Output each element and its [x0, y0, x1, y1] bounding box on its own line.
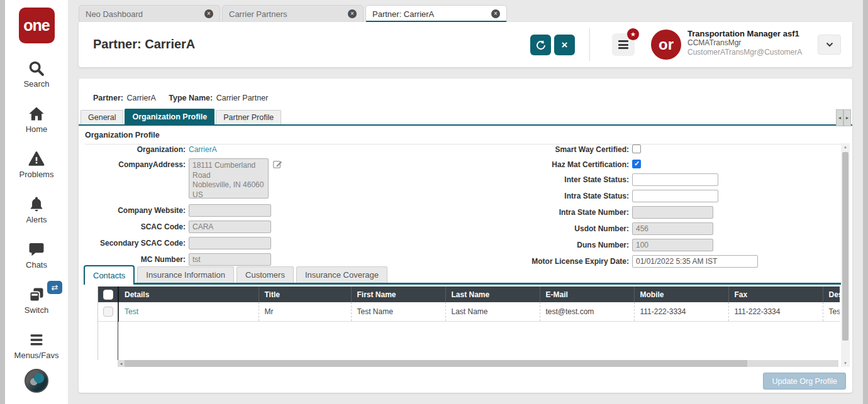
workspace-tab-neo-dashboard[interactable]: Neo Dashboard ×: [79, 5, 220, 22]
usdot-number-label: Usdot Number:: [469, 222, 629, 233]
secondary-scac-code-field: [189, 237, 271, 249]
subtab-insurance-coverage[interactable]: Insurance Coverage: [296, 266, 387, 283]
tab-scroll-left-button[interactable]: ◄: [836, 109, 843, 126]
user-avatar[interactable]: or: [651, 30, 681, 60]
assistant-avatar-icon[interactable]: [25, 369, 48, 393]
contact-details-link[interactable]: Test: [125, 307, 138, 316]
user-menu-dropdown-button[interactable]: [818, 35, 841, 55]
cell-fax: 111-222-3334: [728, 302, 823, 321]
haz-mat-certification-label: Haz Mat Certification:: [469, 158, 629, 169]
subtab-customers[interactable]: Customers: [236, 266, 294, 283]
smart-way-certified-checkbox[interactable]: [632, 145, 641, 153]
section-title: Organization Profile: [85, 131, 846, 145]
intra-state-number-label: Intra State Number:: [469, 206, 629, 217]
organization-link[interactable]: CarrierA: [189, 143, 217, 154]
scac-code-field: [189, 221, 271, 233]
user-name: Transportation Manager asf1: [687, 29, 802, 38]
column-header-title[interactable]: Title: [259, 287, 351, 302]
select-all-checkbox[interactable]: [103, 290, 113, 300]
column-header-desc[interactable]: Desc: [823, 287, 840, 302]
type-name-value: Carrier Partner: [216, 94, 269, 102]
sidebar-item-menus-favs[interactable]: Menus/Favs: [5, 325, 68, 360]
tab-label: Carrier Partners: [229, 9, 348, 19]
sidebar-label: Menus/Favs: [14, 351, 59, 360]
cell-desc: Test: [823, 302, 840, 321]
close-icon[interactable]: ×: [491, 9, 500, 18]
user-role: CCMATransMgr: [687, 38, 802, 48]
caret-right-icon: ►: [845, 116, 850, 120]
column-header-fax[interactable]: Fax: [728, 287, 823, 302]
inter-state-status-label: Inter State Status:: [469, 173, 629, 184]
inter-state-status-field[interactable]: [632, 173, 718, 186]
close-icon: ×: [562, 39, 568, 52]
horizontal-scrollbar-thumb[interactable]: [125, 360, 747, 367]
edit-address-icon[interactable]: [272, 159, 283, 170]
table-row: Test Mr Test Name Last Name test@test.co…: [98, 302, 840, 321]
sidebar-label: Switch: [25, 305, 48, 315]
column-header-mobile[interactable]: Mobile: [634, 287, 728, 302]
table-header-row: Details Title First Name Last Name E-Mai…: [98, 287, 840, 302]
sidebar-item-chats[interactable]: Chats: [5, 234, 68, 270]
workspace-tab-partner-carriera[interactable]: Partner: CarrierA ×: [365, 5, 507, 22]
one-network-logo[interactable]: one: [19, 8, 55, 43]
secondary-scac-code-label: Secondary SCAC Code:: [79, 237, 186, 248]
tab-organization-profile[interactable]: Organization Profile: [125, 109, 214, 124]
refresh-icon: [535, 40, 547, 51]
sidebar-label: Chats: [26, 260, 47, 270]
tab-scroll-right-button[interactable]: ►: [843, 109, 851, 126]
company-website-field: [189, 204, 271, 217]
sidebar-item-home[interactable]: Home: [5, 99, 68, 134]
home-icon: [28, 105, 45, 123]
subtab-insurance-information[interactable]: Insurance Information: [137, 266, 234, 283]
cell-first-name: Test Name: [351, 302, 445, 321]
subtab-contacts[interactable]: Contacts: [84, 265, 135, 285]
hamburger-icon: [618, 39, 628, 51]
vertical-scrollbar-thumb[interactable]: [842, 152, 849, 341]
sidebar-label: Search: [23, 79, 49, 89]
sidebar: one Search Home Problems Alerts Chats ⇄ …: [5, 0, 68, 404]
scroll-down-icon[interactable]: ▼: [843, 359, 847, 367]
close-icon[interactable]: ×: [204, 9, 213, 18]
workspace-tab-carrier-partners[interactable]: Carrier Partners ×: [222, 5, 364, 22]
haz-mat-certification-checkbox[interactable]: [632, 160, 641, 168]
scroll-up-icon[interactable]: ▲: [843, 143, 847, 151]
tab-partner-profile[interactable]: Partner Profile: [216, 110, 281, 124]
sidebar-item-search[interactable]: Search: [5, 53, 68, 89]
scac-code-label: SCAC Code:: [79, 221, 186, 231]
detail-tabstrip: General Organization Profile Partner Pro…: [79, 109, 852, 126]
row-checkbox[interactable]: [103, 307, 113, 317]
scroll-left-icon[interactable]: ◄: [118, 362, 125, 366]
right-edge-strip: [863, 0, 868, 404]
mc-number-field: [189, 253, 271, 266]
sidebar-item-switch[interactable]: ⇄ Switch: [5, 280, 68, 315]
type-name-label: Type Name:: [169, 94, 213, 102]
tab-scroll-buttons: ◄ ►: [836, 109, 851, 126]
duns-number-label: Duns Number:: [469, 239, 629, 249]
header-card: Partner: CarrierA × ★ or Transportation …: [79, 22, 852, 67]
refresh-button[interactable]: [530, 35, 551, 55]
column-header-details[interactable]: Details: [118, 287, 259, 302]
motor-license-expiry-date-label: Motor License Expiry Date:: [469, 255, 629, 266]
vertical-scrollbar[interactable]: ▲ ▼: [841, 143, 850, 367]
update-org-profile-button[interactable]: Update Org Profile: [763, 373, 846, 390]
switch-badge-icon[interactable]: ⇄: [47, 281, 62, 294]
company-website-label: Company Website:: [79, 204, 186, 215]
smart-way-certified-label: Smart Way Certified:: [469, 143, 629, 154]
close-view-button[interactable]: ×: [554, 35, 575, 55]
sidebar-item-problems[interactable]: Problems: [5, 144, 68, 179]
sidebar-item-alerts[interactable]: Alerts: [5, 189, 68, 224]
intra-state-status-field[interactable]: [632, 190, 718, 202]
header-divider: [589, 28, 590, 61]
tab-general[interactable]: General: [81, 110, 123, 124]
horizontal-scrollbar[interactable]: ◄: [118, 360, 838, 367]
chats-icon: [28, 241, 45, 258]
partner-label: Partner:: [93, 94, 123, 102]
close-icon[interactable]: ×: [348, 9, 357, 18]
sidebar-label: Home: [26, 124, 48, 134]
column-header-email[interactable]: E-Mail: [540, 287, 634, 302]
favorite-star-badge: ★: [627, 28, 639, 40]
switch-icon: [28, 286, 45, 303]
company-address-label: CompanyAddress:: [79, 158, 186, 169]
column-header-first-name[interactable]: First Name: [351, 287, 445, 302]
column-header-last-name[interactable]: Last Name: [445, 287, 540, 302]
